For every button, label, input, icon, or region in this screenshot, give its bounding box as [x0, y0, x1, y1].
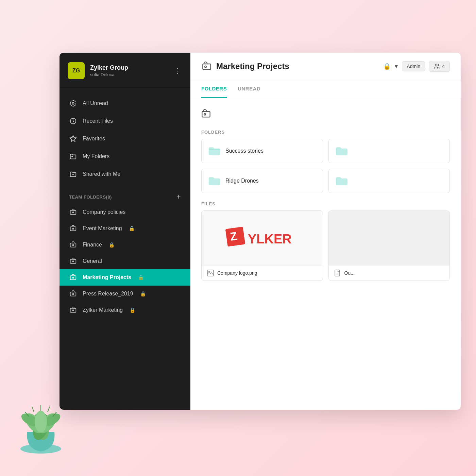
folder-ridge-drones[interactable]: Ridge Drones — [201, 169, 323, 193]
svg-rect-22 — [70, 243, 76, 247]
folders-section-label: FOLDERS — [201, 130, 450, 135]
team-folder-finance[interactable]: Finance 🔒 — [60, 237, 190, 253]
svg-rect-24 — [70, 259, 76, 264]
svg-point-7 — [35, 411, 47, 432]
folder-success-stories[interactable]: Success stories — [201, 139, 323, 163]
user-name: sofia Deluca — [90, 72, 167, 77]
svg-rect-28 — [70, 292, 76, 296]
favorites-label: Favorites — [83, 136, 105, 142]
file-name: Company logo.png — [217, 270, 257, 276]
team-folder-press-release[interactable]: Press Release_2019 🔒 — [60, 286, 190, 302]
lock-icon: 🔒 — [140, 291, 146, 296]
members-badge-button[interactable]: 4 — [429, 61, 450, 72]
nav-item-my-folders[interactable]: My Folders — [60, 148, 190, 165]
admin-badge-button[interactable]: Admin — [402, 61, 426, 71]
team-folder-icon — [69, 290, 77, 298]
nav-item-favorites[interactable]: Favorites — [60, 130, 190, 148]
team-folder-general[interactable]: General — [60, 253, 190, 269]
file-name: Ou... — [344, 270, 355, 276]
svg-point-36 — [204, 114, 206, 115]
folder-partial-2[interactable] — [328, 139, 450, 163]
nav-item-shared-with-me[interactable]: Shared with Me — [60, 165, 190, 183]
folder-card-icon — [336, 146, 348, 156]
tabs-bar: FOLDERS UNREAD — [190, 80, 461, 98]
team-folder-marketing-projects[interactable]: Marketing Projects 🔒 — [60, 269, 190, 286]
more-options-button[interactable]: ⋮ — [173, 65, 182, 76]
folder-partial-4[interactable] — [328, 169, 450, 193]
org-name: Zylker Group — [90, 64, 167, 71]
bell-icon — [69, 99, 77, 107]
sidebar-org-info: Zylker Group sofia Deluca — [90, 64, 167, 77]
folder-name: Ridge Drones — [225, 178, 259, 184]
nav-item-recent-files[interactable]: Recent Files — [60, 112, 190, 130]
team-folders-header: TEAM FOLDERS(8) + — [60, 188, 190, 204]
lock-icon: 🔒 — [129, 226, 135, 231]
svg-point-25 — [72, 261, 73, 262]
content-area: FOLDERS Success stories — [190, 98, 461, 410]
app-window: ZG Zylker Group sofia Deluca ⋮ All Unrea… — [60, 53, 461, 410]
team-folder-label: Press Release_2019 — [83, 291, 133, 297]
zylker-logo-image: Z YLKER — [225, 224, 300, 252]
files-grid: Z YLKER Company logo.png — [201, 210, 450, 281]
team-folder-label: General — [83, 258, 102, 264]
avatar: ZG — [68, 62, 85, 79]
file-outro[interactable]: Ou... — [328, 210, 450, 281]
main-header: Marketing Projects 🔒 ▾ Admin 4 — [190, 53, 461, 80]
lock-icon: 🔒 — [109, 242, 115, 248]
nav-section: All Unread Recent Files Favorites — [60, 89, 190, 188]
folder-name: Success stories — [225, 148, 264, 154]
svg-point-13 — [70, 101, 76, 106]
folder-header-icon — [201, 61, 212, 72]
team-folder-label: Company policies — [83, 209, 125, 215]
team-folder-icon — [69, 241, 77, 249]
shared-icon — [69, 170, 77, 178]
folders-grid: Success stories Ridge Drones — [201, 139, 450, 193]
team-folder-icon — [69, 257, 77, 265]
team-folder-company-policies[interactable]: Company policies — [60, 204, 190, 220]
team-folders-list: Company policies Event Marketing 🔒 — [60, 204, 190, 318]
team-folder-label: Zylker Marketing — [83, 307, 123, 313]
svg-point-33 — [205, 66, 206, 68]
team-folder-event-marketing[interactable]: Event Marketing 🔒 — [60, 220, 190, 237]
image-file-icon — [207, 270, 214, 276]
team-folder-zylker-marketing[interactable]: Zylker Marketing 🔒 — [60, 302, 190, 318]
recent-files-label: Recent Files — [83, 118, 113, 124]
svg-point-29 — [72, 293, 73, 294]
file-preview — [329, 211, 450, 265]
svg-point-23 — [72, 244, 73, 245]
team-folder-icon — [69, 306, 77, 314]
team-folder-label: Event Marketing — [83, 225, 122, 232]
team-folder-icon — [69, 208, 77, 216]
clock-icon — [69, 117, 77, 125]
nav-item-all-unread[interactable]: All Unread — [60, 95, 190, 112]
generic-file-icon — [334, 270, 341, 276]
team-folder-label: Marketing Projects — [83, 274, 131, 280]
svg-rect-20 — [70, 227, 76, 231]
breadcrumb-row — [201, 105, 450, 124]
folder-card-icon — [208, 176, 221, 186]
file-company-logo[interactable]: Z YLKER Company logo.png — [201, 210, 323, 281]
svg-point-19 — [72, 212, 73, 213]
lock-icon: 🔒 — [138, 275, 144, 280]
title-chevron-icon[interactable]: ▾ — [395, 63, 398, 70]
svg-line-10 — [48, 407, 50, 412]
folder-card-icon — [336, 176, 348, 186]
add-team-folder-button[interactable]: + — [176, 192, 181, 201]
sidebar: ZG Zylker Group sofia Deluca ⋮ All Unrea… — [60, 53, 190, 410]
svg-point-17 — [72, 156, 73, 157]
svg-rect-26 — [70, 276, 76, 280]
main-content: Marketing Projects 🔒 ▾ Admin 4 FOLDERS — [190, 53, 461, 410]
files-section-label: FILES — [201, 201, 450, 206]
svg-point-31 — [72, 310, 73, 311]
file-footer: Company logo.png — [202, 265, 323, 280]
svg-point-14 — [72, 102, 74, 104]
team-folder-label: Finance — [83, 242, 102, 248]
my-folders-label: My Folders — [83, 153, 109, 159]
tab-unread[interactable]: UNREAD — [238, 80, 260, 98]
files-section: FILES Z YLKER — [201, 201, 450, 281]
breadcrumb-folder-icon — [201, 109, 211, 120]
svg-rect-18 — [70, 210, 76, 215]
all-unread-label: All Unread — [83, 100, 108, 106]
tab-folders[interactable]: FOLDERS — [201, 80, 227, 98]
folder-icon — [69, 152, 77, 160]
